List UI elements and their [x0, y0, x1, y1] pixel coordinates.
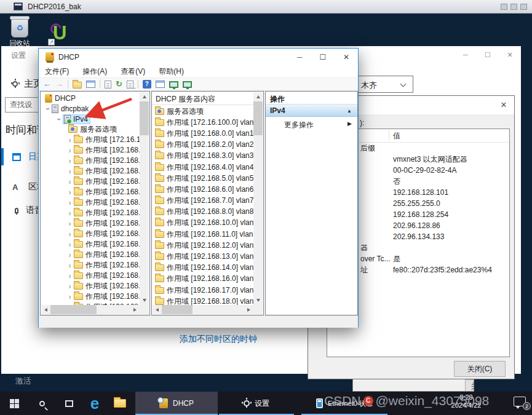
chevron-right-icon[interactable]: ›	[66, 178, 74, 186]
new-window-icon[interactable]	[156, 81, 165, 88]
add-clock-link[interactable]: 添加不同时区的时钟	[180, 334, 257, 345]
tree-item-scope[interactable]: › 作用域 [192.168.17	[41, 291, 140, 302]
value-column-header[interactable]: 值	[393, 131, 400, 141]
chevron-expanded-icon[interactable]: ›	[44, 105, 52, 113]
chevron-right-icon[interactable]: ›	[66, 136, 74, 144]
menu-help[interactable]: 帮助(H)	[159, 66, 184, 77]
list-item-scope[interactable]: 作用域 [192.168.7.0] vlan7 琴房	[153, 196, 253, 207]
scroll-down-icon[interactable]	[253, 296, 263, 305]
edge-browser-button[interactable]: e	[82, 392, 107, 415]
menu-view[interactable]: 查看(V)	[121, 66, 145, 77]
tree-item-server[interactable]: › dhcpbak	[41, 103, 140, 114]
scroll-right-icon[interactable]	[130, 305, 140, 314]
chevron-right-icon[interactable]: ›	[66, 282, 74, 291]
forward-icon[interactable]: →	[55, 80, 63, 89]
minimize-button[interactable]: ─	[288, 49, 311, 66]
chevron-right-icon[interactable]: ›	[66, 199, 74, 207]
list-item-scope[interactable]: 作用域 [172.16.100.0] vlan91 广	[153, 117, 253, 128]
tree-item-scope[interactable]: › 作用域 [192.168.10	[41, 229, 140, 239]
ethernet-status-close-button[interactable]: 关闭(C)	[465, 379, 474, 392]
list-item-scope[interactable]: 作用域 [192.168.17.0] vlan17 2	[153, 285, 253, 296]
list-column-header[interactable]: DHCP 服务器内容	[152, 92, 263, 105]
tree-item-scope[interactable]: › 作用域 [172.16.100	[41, 135, 140, 145]
tree-item-scope[interactable]: › 作用域 [192.168.4.0	[41, 176, 140, 187]
list-item-scope[interactable]: 作用域 [192.168.16.0] vlan16 2	[153, 274, 253, 285]
tree-item-server-options[interactable]: 服务器选项	[41, 124, 140, 135]
scroll-up-icon[interactable]	[140, 92, 149, 101]
close-icon[interactable]: ✕	[498, 100, 509, 111]
menu-action[interactable]: 操作(A)	[82, 66, 107, 77]
back-icon[interactable]: ←	[43, 80, 51, 89]
list-item-scope[interactable]: 作用域 [192.168.0.0] vlan158-s	[153, 128, 253, 139]
list-vertical-scrollbar[interactable]	[253, 92, 263, 305]
scroll-left-icon[interactable]	[41, 305, 50, 314]
show-console-tree-icon[interactable]	[86, 81, 95, 88]
recycle-bin-desktop-icon[interactable]: ♻ 回收站	[6, 18, 33, 48]
export-list-icon[interactable]	[127, 81, 133, 89]
tree-item-scope[interactable]: › 作用域 [192.168.16	[41, 281, 140, 291]
chevron-expanded-icon[interactable]: ›	[55, 115, 63, 123]
list-item-scope[interactable]: 作用域 [192.168.5.0] vlan5 611	[153, 173, 253, 184]
scrollbar-thumb[interactable]	[162, 305, 193, 314]
vm-restore-icon[interactable]	[501, 4, 507, 10]
list-item-scope[interactable]: 作用域 [192.168.18.0] vlan18 2	[153, 296, 253, 305]
close-button[interactable]: ✕	[335, 49, 358, 66]
scrollbar-thumb[interactable]	[140, 101, 149, 135]
chevron-right-icon[interactable]: ›	[66, 272, 74, 280]
list-horizontal-scrollbar[interactable]	[153, 305, 253, 314]
list-item-scope[interactable]: 作用域 [192.168.2.0] vlan2 2栋	[153, 140, 253, 151]
list-item-scope[interactable]: 作用域 [192.168.11.0] vlan11 5	[153, 229, 253, 240]
scrollbar-thumb[interactable]	[50, 305, 97, 314]
menu-file[interactable]: 文件(F)	[45, 66, 69, 77]
scroll-right-icon[interactable]	[244, 305, 253, 314]
tree-item-scope[interactable]: › 作用域 [192.168.13	[41, 260, 140, 271]
chevron-right-icon[interactable]: ›	[66, 251, 74, 259]
taskbar-settings-button[interactable]: 设置	[219, 392, 294, 415]
scroll-up-icon[interactable]	[253, 92, 263, 101]
file-explorer-button[interactable]	[107, 392, 133, 415]
list-item-server-options[interactable]: 服务器选项	[153, 106, 253, 117]
refresh-icon[interactable]: ↻	[116, 80, 122, 89]
vm-minimize-icon[interactable]	[510, 4, 517, 10]
ultraiso-desktop-icon[interactable]: U ↗	[49, 22, 71, 44]
chevron-right-icon[interactable]: ›	[66, 261, 74, 270]
tree-item-ipv4[interactable]: › IPv4	[41, 114, 140, 124]
display-statistics-icon[interactable]	[169, 81, 178, 88]
chevron-right-icon[interactable]: ›	[66, 230, 74, 239]
tree-item-scope[interactable]: › 作用域 [192.168.12	[41, 250, 140, 260]
tree-item-root[interactable]: DHCP	[41, 93, 140, 103]
list-item-scope[interactable]: 作用域 [192.168.13.0] vlan13 6	[153, 251, 253, 262]
maximize-button[interactable]: ☐	[311, 49, 335, 66]
tree-horizontal-scrollbar[interactable]	[41, 305, 140, 314]
list-item-scope[interactable]: 作用域 [192.168.8.0] vlan8 2栋	[153, 207, 253, 218]
scroll-left-icon[interactable]	[153, 305, 162, 314]
open-folder-icon[interactable]	[73, 82, 82, 89]
chevron-right-icon[interactable]: ›	[66, 209, 74, 218]
chevron-right-icon[interactable]: ›	[66, 146, 74, 155]
more-actions-item[interactable]: 更多操作 ▶	[266, 117, 357, 130]
taskbar-search-button[interactable]	[28, 392, 55, 415]
chevron-right-icon[interactable]: ›	[66, 167, 74, 176]
help-icon[interactable]: ?	[143, 80, 151, 89]
settings-minimize-button[interactable]: ─	[455, 46, 477, 63]
tree-item-scope[interactable]: › 作用域 [192.168.7.0	[41, 208, 140, 218]
task-view-button[interactable]	[55, 392, 82, 415]
tree-item-scope[interactable]: › 作用域 [192.168.8.0	[41, 218, 140, 229]
tree-vertical-scrollbar[interactable]	[140, 92, 149, 305]
tree-item-scope[interactable]: › 作用域 [192.168.0.0	[41, 145, 140, 156]
chevron-right-icon[interactable]: ›	[66, 188, 74, 197]
list-item-scope[interactable]: 作用域 [192.168.6.0] vlan6 2栋	[153, 184, 253, 195]
scroll-down-icon[interactable]	[140, 296, 149, 305]
list-item-scope[interactable]: 作用域 [192.168.3.0] vlan3 2栋	[153, 151, 253, 162]
list-item-scope[interactable]: 作用域 [192.168.14.0] vlan14 2	[153, 263, 253, 274]
tree-item-scope[interactable]: › 作用域 [192.168.6.0	[41, 197, 140, 208]
properties-icon[interactable]	[105, 81, 111, 89]
list-item-scope[interactable]: 作用域 [192.168.12.0] vlan12 6	[153, 240, 253, 251]
list-item-scope[interactable]: 作用域 [192.168.4.0] vlan4 212	[153, 162, 253, 173]
chevron-right-icon[interactable]: ›	[66, 240, 74, 249]
chevron-right-icon[interactable]: ›	[66, 219, 74, 228]
collapse-icon[interactable]: ▲	[347, 108, 352, 114]
start-button[interactable]	[0, 392, 28, 415]
settings-maximize-button[interactable]: ☐	[477, 46, 499, 63]
tree-item-scope[interactable]: › 作用域 [192.168.5.0	[41, 187, 140, 197]
